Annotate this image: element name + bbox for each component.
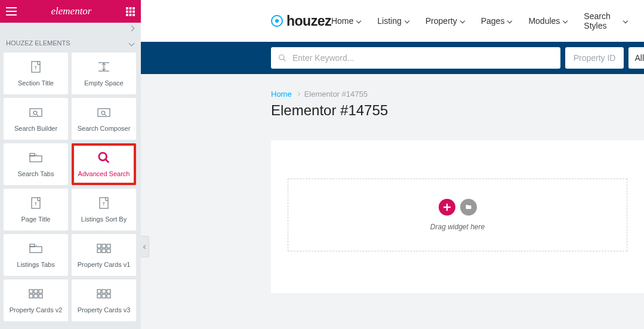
widget-property-cards-v1[interactable]: Property Cards v1 (72, 234, 136, 276)
keyword-search[interactable] (271, 47, 560, 69)
widget-page-title[interactable]: TPage Title (4, 189, 68, 230)
widget-listings-tabs[interactable]: Listings Tabs (4, 234, 68, 276)
svg-rect-44 (97, 290, 101, 293)
category-houzez[interactable]: HOUZEZ ELEMENTS (0, 33, 141, 53)
widget-label: Property Cards v2 (7, 306, 65, 313)
svg-rect-6 (126, 14, 128, 16)
page-header: Home Elementor #14755 Elementor #14755 (141, 74, 644, 119)
svg-rect-53 (443, 207, 451, 208)
nav-label: Pages (481, 16, 505, 26)
page-title: Elementor #14755 (271, 102, 644, 119)
svg-rect-42 (34, 294, 38, 298)
keyword-input[interactable] (292, 53, 553, 63)
site-brand[interactable]: houzez (271, 13, 331, 29)
widget-label: Search Builder (12, 125, 60, 132)
widget-empty-space[interactable]: Empty Space (72, 53, 136, 94)
chevron-down-icon (460, 19, 464, 23)
nav-listing[interactable]: Listing (377, 11, 408, 30)
site-header: houzez HomeListingPropertyPagesModulesSe… (141, 0, 644, 42)
apps-icon[interactable] (126, 7, 135, 16)
nav-modules[interactable]: Modules (528, 11, 567, 30)
widget-label: Listings Tabs (14, 261, 57, 268)
file-icon: T (30, 196, 41, 210)
panel-collapse-handle[interactable] (141, 236, 149, 257)
tabs-icon (29, 151, 42, 164)
svg-rect-47 (97, 294, 101, 298)
svg-rect-46 (107, 290, 110, 293)
svg-rect-20 (30, 156, 42, 162)
svg-rect-5 (133, 10, 135, 13)
svg-rect-29 (30, 247, 42, 253)
widget-label: Search Tabs (16, 170, 57, 177)
widget-search-builder[interactable]: Search Builder (4, 98, 68, 140)
property-id-field[interactable]: Property ID (565, 47, 624, 69)
svg-rect-33 (102, 244, 106, 248)
file-icon: T (30, 60, 41, 73)
nav-search-styles[interactable]: Search Styles (584, 11, 627, 30)
drop-zone[interactable]: Drag widget here (288, 179, 627, 251)
svg-rect-14 (30, 109, 42, 116)
chevron-down-icon (356, 19, 361, 23)
widget-search-composer[interactable]: Search Composer (72, 98, 136, 140)
category-woocommerce[interactable]: WOOCOMMERCE (0, 23, 141, 33)
breadcrumb: Home Elementor #14755 (271, 90, 644, 99)
chevron-down-icon (623, 19, 628, 23)
svg-rect-0 (126, 7, 128, 10)
chevron-down-icon (129, 40, 135, 46)
widget-property-cards-v3[interactable]: Property Cards v3 (72, 279, 136, 321)
widget-label: Search Composer (75, 125, 133, 132)
file-icon: T (98, 196, 109, 210)
chevron-right-icon (129, 25, 135, 31)
breadcrumb-home[interactable]: Home (271, 90, 292, 99)
template-button[interactable] (460, 199, 477, 216)
svg-rect-39 (34, 290, 38, 293)
cards-icon (29, 287, 43, 300)
svg-rect-40 (39, 290, 42, 293)
svg-rect-48 (102, 294, 106, 298)
nav-home[interactable]: Home (331, 11, 360, 30)
widget-property-cards-v2[interactable]: Property Cards v2 (4, 279, 68, 321)
chevron-down-icon (405, 19, 409, 23)
svg-text:T: T (103, 202, 106, 206)
svg-rect-30 (30, 244, 35, 247)
widget-advanced-search[interactable]: Advanced Search (72, 143, 136, 185)
svg-line-19 (105, 115, 107, 116)
plus-icon (443, 204, 451, 211)
boxsearch-icon (29, 106, 42, 119)
brand-text: houzez (286, 13, 331, 29)
brand-icon (271, 15, 283, 27)
folder-icon (465, 204, 472, 211)
menu-icon[interactable] (6, 7, 17, 16)
nav-pages[interactable]: Pages (481, 11, 512, 30)
search-bar: Property ID All (141, 42, 644, 74)
boxsearch-icon (97, 106, 110, 119)
svg-rect-21 (30, 153, 35, 156)
nav-label: Home (331, 16, 353, 26)
elementor-logo: elementor (51, 5, 92, 17)
nav-property[interactable]: Property (426, 11, 464, 30)
widget-label: Section Title (16, 79, 56, 87)
svg-point-50 (279, 55, 284, 60)
all-filter[interactable]: All (628, 47, 644, 69)
svg-rect-37 (107, 249, 110, 253)
svg-rect-8 (133, 14, 135, 16)
cards-icon (97, 287, 111, 300)
vspace-icon (97, 60, 110, 73)
cards-icon (97, 242, 111, 255)
main-nav: HomeListingPropertyPagesModulesSearch St… (331, 11, 627, 30)
svg-point-15 (33, 111, 37, 115)
svg-text:T: T (35, 202, 38, 206)
svg-rect-41 (29, 294, 33, 298)
widget-section-title[interactable]: TSection Title (4, 53, 68, 94)
widget-search-tabs[interactable]: Search Tabs (4, 143, 68, 185)
chevron-down-icon (563, 19, 568, 23)
widget-listings-sort-by[interactable]: TListings Sort By (72, 189, 136, 230)
canvas: houzez HomeListingPropertyPagesModulesSe… (141, 0, 644, 329)
widget-label: Property Cards v3 (75, 306, 133, 313)
nav-label: Search Styles (584, 11, 620, 30)
svg-line-24 (106, 159, 109, 163)
dropzone-actions (439, 199, 477, 216)
elementor-panel: elementor WOOCOMMERCE HOUZEZ ELEMENTS TS… (0, 0, 141, 329)
svg-point-23 (99, 153, 107, 161)
add-section-button[interactable] (439, 199, 455, 216)
